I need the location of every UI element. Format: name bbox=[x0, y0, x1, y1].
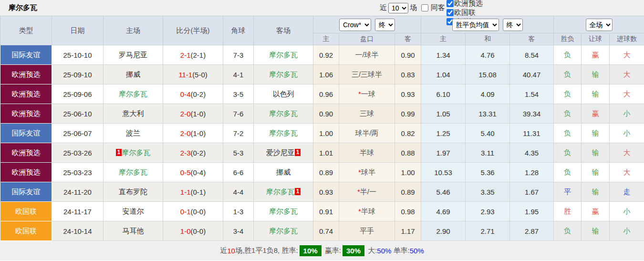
cell-odds-home: 1.00 bbox=[313, 124, 339, 143]
cell-score: 2-1(2-1) bbox=[163, 45, 223, 65]
cell-home-team: 马耳他 bbox=[104, 221, 163, 241]
cell-avg-home: 4.69 bbox=[421, 202, 466, 221]
header-score: 比分(半场) bbox=[163, 16, 223, 45]
subheader-avg-away: 客 bbox=[510, 33, 554, 45]
cell-spread-result: 输 bbox=[582, 163, 610, 182]
fulltime-score: 2-1 bbox=[180, 51, 191, 59]
cell-avg-home: 2.90 bbox=[421, 221, 466, 241]
match-row: 欧国联24-11-17安道尔0-1(0-0)1-3摩尔多瓦0.91*半球0.98… bbox=[0, 202, 644, 221]
cell-avg-home: 5.46 bbox=[421, 182, 466, 202]
cell-score: 1-1(0-1) bbox=[163, 182, 223, 202]
halftime-score: (2-1) bbox=[191, 51, 206, 59]
filter-checkbox-2[interactable] bbox=[447, 9, 454, 16]
home-team-name: 摩尔多瓦 bbox=[119, 90, 147, 98]
cell-handicap: 一/球半 bbox=[339, 45, 395, 65]
cell-result: 负 bbox=[554, 65, 582, 84]
cell-result: 负 bbox=[554, 124, 582, 143]
cell-away-team: 摩尔多瓦1 bbox=[254, 182, 313, 202]
cell-handicap: *半球 bbox=[339, 202, 395, 221]
cell-avg-away: 40.47 bbox=[510, 65, 554, 84]
home-team-name: 罗马尼亚 bbox=[119, 51, 147, 59]
filter-checkbox-1[interactable] bbox=[447, 0, 454, 7]
cell-handicap: 球半/两 bbox=[339, 124, 395, 143]
handicap-text: 半球 bbox=[360, 148, 374, 157]
cell-date: 24-11-17 bbox=[52, 202, 104, 221]
cell-odds-home: 0.96 bbox=[313, 84, 339, 104]
cell-date: 25-09-06 bbox=[52, 84, 104, 104]
away-team-name: 摩尔多瓦 bbox=[269, 51, 298, 59]
cell-corners: 7-3 bbox=[223, 45, 254, 65]
subheader-avg-home: 主 bbox=[421, 33, 466, 45]
cell-corners: 5-3 bbox=[223, 143, 254, 163]
match-row: 欧洲预选25-09-06摩尔多瓦0-4(0-2)3-5以色列0.96*一球0.9… bbox=[0, 84, 644, 104]
handicap-text: 平手 bbox=[360, 227, 374, 235]
handicap-text: 半球 bbox=[361, 207, 375, 215]
fulltime-score: 1-1 bbox=[180, 188, 191, 196]
cell-competition: 国际友谊 bbox=[0, 182, 52, 202]
cell-avg-away: 39.34 bbox=[510, 104, 554, 124]
home-team-name: 摩尔多瓦 bbox=[119, 168, 147, 176]
same-venue-checkbox[interactable] bbox=[421, 4, 428, 11]
halftime-score: (0-0) bbox=[191, 208, 206, 216]
cell-score: 2-3(0-2) bbox=[163, 143, 223, 163]
cell-spread-result: 输 bbox=[582, 84, 610, 104]
away-team-name: 摩尔多瓦 bbox=[269, 70, 298, 78]
home-team-name: 挪威 bbox=[126, 70, 140, 78]
fulltime-score: 0-5 bbox=[180, 168, 191, 177]
recent-count-select[interactable]: 10 bbox=[388, 3, 408, 13]
home-team-name: 安道尔 bbox=[123, 207, 144, 215]
subheader-result: 胜负 bbox=[554, 33, 582, 45]
cell-avg-draw: 13.31 bbox=[466, 104, 510, 124]
cell-avg-draw: 2.93 bbox=[466, 202, 510, 221]
away-team-name: 摩尔多瓦 bbox=[269, 207, 298, 215]
subheader-odds-home: 主 bbox=[313, 33, 339, 45]
cell-home-team: 意大利 bbox=[104, 104, 163, 124]
cell-odds-away: 0.83 bbox=[395, 65, 421, 84]
halftime-score: (1-0) bbox=[191, 110, 206, 118]
cell-avg-away: 4.35 bbox=[510, 143, 554, 163]
cell-competition: 欧洲预选 bbox=[0, 104, 52, 124]
cell-result: 负 bbox=[554, 143, 582, 163]
cell-odds-away: 0.93 bbox=[395, 84, 421, 104]
cell-home-team: 摩尔多瓦 bbox=[104, 163, 163, 182]
cell-competition: 欧洲预选 bbox=[0, 163, 52, 182]
percent-badge: 30% bbox=[343, 245, 364, 256]
cell-avg-away: 1.54 bbox=[510, 84, 554, 104]
cell-avg-away: 1.95 bbox=[510, 202, 554, 221]
match-row: 国际友谊25-06-07波兰2-0(1-0)7-2摩尔多瓦1.00球半/两0.8… bbox=[0, 124, 644, 143]
cell-corners: 6-6 bbox=[223, 163, 254, 182]
cell-away-team: 摩尔多瓦 bbox=[254, 104, 313, 124]
cell-result: 负 bbox=[554, 163, 582, 182]
cell-result: 负 bbox=[554, 221, 582, 241]
games-label: 场 bbox=[410, 3, 417, 12]
cell-date: 25-03-23 bbox=[52, 163, 104, 182]
cell-avg-draw: 5.40 bbox=[466, 124, 510, 143]
cell-date: 25-06-10 bbox=[52, 104, 104, 124]
summary-text: 单率: bbox=[391, 246, 409, 255]
handicap-text: 半/一 bbox=[360, 188, 376, 196]
avg-time-select[interactable]: 终 bbox=[503, 19, 523, 31]
cell-avg-home: 1.97 bbox=[421, 143, 466, 163]
scope-select[interactable]: 全场 bbox=[586, 19, 613, 31]
cell-competition: 欧国联 bbox=[0, 221, 52, 241]
cell-avg-home: 1.05 bbox=[421, 104, 466, 124]
cell-goals-result: 小 bbox=[610, 104, 644, 124]
subheader-spread: 让球 bbox=[582, 33, 610, 45]
red-card-badge: 1 bbox=[116, 149, 122, 156]
table-body: 国际友谊25-10-10罗马尼亚2-1(2-1)7-3摩尔多瓦0.92一/球半0… bbox=[0, 45, 644, 241]
odds-time-select[interactable]: 终 bbox=[375, 19, 395, 31]
cell-away-team: 爱沙尼亚1 bbox=[254, 143, 313, 163]
header-home: 主场 bbox=[104, 16, 163, 45]
cell-odds-away: 1.00 bbox=[395, 163, 421, 182]
cell-spread-result: 赢 bbox=[582, 45, 610, 65]
cell-corners: 7-2 bbox=[223, 124, 254, 143]
cell-competition: 国际友谊 bbox=[0, 124, 52, 143]
odds-source-select[interactable]: Crow* bbox=[339, 19, 371, 31]
header-date: 日期 bbox=[52, 16, 104, 45]
red-card-badge: 1 bbox=[295, 188, 301, 195]
halftime-score: (0-2) bbox=[191, 149, 206, 157]
avg-source-select[interactable]: 胜平负均值 bbox=[452, 19, 499, 31]
cell-odds-home: 1.06 bbox=[313, 65, 339, 84]
away-team-name: 挪威 bbox=[276, 168, 291, 176]
filter-label: 欧国联 bbox=[454, 8, 476, 17]
